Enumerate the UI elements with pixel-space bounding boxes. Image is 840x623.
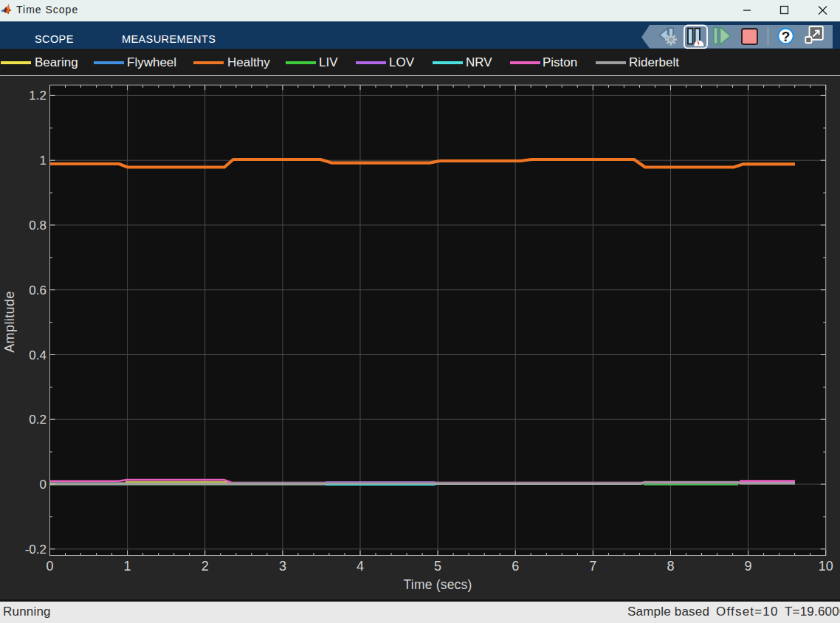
- svg-text:0.6: 0.6: [29, 283, 47, 297]
- svg-text:1: 1: [40, 154, 47, 168]
- svg-text:8: 8: [667, 559, 674, 574]
- svg-text:0.2: 0.2: [29, 413, 47, 427]
- svg-text:5: 5: [434, 559, 441, 574]
- svg-text:0.8: 0.8: [29, 218, 47, 233]
- svg-text:0.4: 0.4: [29, 348, 47, 362]
- svg-text:2: 2: [202, 559, 209, 574]
- svg-text:Amplitude: Amplitude: [2, 291, 17, 353]
- svg-text:6: 6: [512, 559, 519, 574]
- svg-text:-0.2: -0.2: [25, 543, 47, 557]
- svg-text:1.2: 1.2: [29, 89, 47, 103]
- svg-text:0: 0: [46, 559, 53, 574]
- svg-text:Time (secs): Time (secs): [404, 577, 472, 592]
- svg-text:9: 9: [745, 559, 752, 574]
- svg-text:?: ?: [782, 29, 791, 44]
- svg-text:0: 0: [40, 478, 47, 492]
- svg-text:4: 4: [357, 559, 364, 574]
- svg-text:7: 7: [589, 559, 596, 574]
- svg-text:1: 1: [124, 559, 131, 574]
- svg-text:10: 10: [819, 559, 833, 574]
- svg-text:3: 3: [279, 559, 286, 574]
